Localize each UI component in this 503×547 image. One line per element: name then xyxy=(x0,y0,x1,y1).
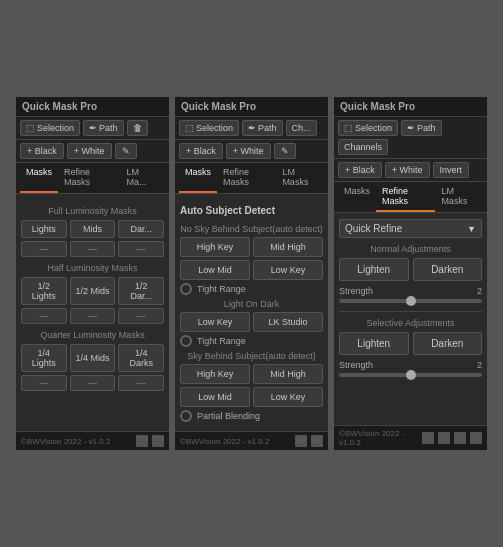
half-dash-3[interactable]: — xyxy=(118,308,164,324)
footer-icon-1[interactable] xyxy=(136,435,148,447)
p2-footer-icon-2[interactable] xyxy=(311,435,323,447)
p3-tab-masks[interactable]: Masks xyxy=(338,182,376,212)
p3-footer-icons xyxy=(422,432,482,444)
mid-high-button[interactable]: Mid High xyxy=(253,237,323,257)
normal-adj-label: Normal Adjustments xyxy=(339,244,482,254)
tight-range-radio-2[interactable] xyxy=(180,335,192,347)
sky-low-mid-button[interactable]: Low Mid xyxy=(180,387,250,407)
selective-slider-track[interactable] xyxy=(339,373,482,377)
low-mid-button[interactable]: Low Mid xyxy=(180,260,250,280)
quarter-mids-button[interactable]: 1/4 Mids xyxy=(70,344,116,372)
quarter-dash-1[interactable]: — xyxy=(21,375,67,391)
p2-tab-lm[interactable]: LM Masks xyxy=(276,163,324,193)
tight-range-radio-1[interactable] xyxy=(180,283,192,295)
p2-path-button[interactable]: ✒ Path xyxy=(242,120,283,136)
footer-icon-2[interactable] xyxy=(152,435,164,447)
quarter-lum-buttons: 1/4 Lights 1/4 Mids 1/4 Darks xyxy=(21,344,164,372)
panel2-tabs: Masks Refine Masks LM Masks xyxy=(175,163,328,194)
sky-mid-high-button[interactable]: Mid High xyxy=(253,364,323,384)
quick-refine-dropdown[interactable]: Quick Refine ▼ xyxy=(339,219,482,238)
low-key-button[interactable]: Low Key xyxy=(253,260,323,280)
p2-footer-icon-1[interactable] xyxy=(295,435,307,447)
p3-tab-lm[interactable]: LM Masks xyxy=(435,182,483,212)
quarter-dash-2[interactable]: — xyxy=(70,375,116,391)
quarter-lum-label: Quarter Luminosity Masks xyxy=(21,330,164,340)
p2-ch-button[interactable]: Ch... xyxy=(286,120,317,136)
p2-selection-button[interactable]: ⬚ Selection xyxy=(179,120,239,136)
p3-selection-button[interactable]: ⬚ Selection xyxy=(338,120,398,136)
darken-button-2[interactable]: Darken xyxy=(413,332,483,355)
black-button[interactable]: + Black xyxy=(20,143,64,159)
p3-footer-icon-2[interactable] xyxy=(438,432,450,444)
panel2-title: Quick Mask Pro xyxy=(175,97,328,117)
full-lum-label: Full Luminosity Masks xyxy=(21,206,164,216)
half-lum-buttons: 1/2 Lights 1/2 Mids 1/2 Dar... xyxy=(21,277,164,305)
p3-channels-button[interactable]: Channels xyxy=(338,139,388,155)
p2-white-button[interactable]: + White xyxy=(226,143,271,159)
path-button[interactable]: ✒ Path xyxy=(83,120,124,136)
dash-btn-1[interactable]: — xyxy=(21,241,67,257)
p3-footer-icon-4[interactable] xyxy=(470,432,482,444)
trash-button[interactable]: 🗑 xyxy=(127,120,148,136)
lighten-button-2[interactable]: Lighten xyxy=(339,332,409,355)
panel-auto-subject: Quick Mask Pro ⬚ Selection ✒ Path Ch... … xyxy=(174,96,329,451)
strength-label: Strength xyxy=(339,286,373,296)
dash-btn-3[interactable]: — xyxy=(118,241,164,257)
lighten-button[interactable]: Lighten xyxy=(339,258,409,281)
darks-button[interactable]: Dar... xyxy=(118,220,164,238)
half-dash-2[interactable]: — xyxy=(70,308,116,324)
panel1-toolbar2: + Black + White ✎ xyxy=(16,140,169,163)
p3-path-button[interactable]: ✒ Path xyxy=(401,120,442,136)
normal-adj-buttons: Lighten Darken xyxy=(339,258,482,281)
strength-value-2: 2 xyxy=(477,360,482,370)
sky-high-key-button[interactable]: High Key xyxy=(180,364,250,384)
panel2-footer: ©BWVision 2022 - v1.0.2 xyxy=(175,431,328,450)
divider xyxy=(339,311,482,312)
selective-slider-thumb[interactable] xyxy=(406,370,416,380)
mids-button[interactable]: Mids xyxy=(70,220,116,238)
dash-btn-2[interactable]: — xyxy=(70,241,116,257)
sky-low-key-button[interactable]: Low Key xyxy=(253,387,323,407)
selective-adj-buttons: Lighten Darken xyxy=(339,332,482,355)
half-mids-button[interactable]: 1/2 Mids xyxy=(70,277,116,305)
sky-behind-row1: High Key Mid High xyxy=(180,364,323,384)
light-on-dark-label: Light On Dark xyxy=(180,299,323,309)
low-key-button2[interactable]: Low Key xyxy=(180,312,250,332)
tab-lm-masks[interactable]: LM Ma... xyxy=(121,163,165,193)
tab-masks[interactable]: Masks xyxy=(20,163,58,193)
lights-button[interactable]: Lights xyxy=(21,220,67,238)
panel1-title: Quick Mask Pro xyxy=(16,97,169,117)
tab-refine-masks[interactable]: Refine Masks xyxy=(58,163,121,193)
panel3-title: Quick Mask Pro xyxy=(334,97,487,117)
half-darks-button[interactable]: 1/2 Dar... xyxy=(118,277,164,305)
p3-black-button[interactable]: + Black xyxy=(338,162,382,178)
footer-text: ©BWVision 2022 - v1.0.2 xyxy=(21,437,110,446)
p2-tab-masks[interactable]: Masks xyxy=(179,163,217,193)
p3-tab-refine[interactable]: Refine Masks xyxy=(376,182,435,212)
sky-behind-label: Sky Behind Subject(auto detect) xyxy=(180,351,323,361)
p2-edit-button[interactable]: ✎ xyxy=(274,143,296,159)
edit-button[interactable]: ✎ xyxy=(115,143,137,159)
half-lights-button[interactable]: 1/2 Lights xyxy=(21,277,67,305)
p3-white-button[interactable]: + White xyxy=(385,162,430,178)
p2-black-button[interactable]: + Black xyxy=(179,143,223,159)
quarter-lights-button[interactable]: 1/4 Lights xyxy=(21,344,67,372)
quarter-darks-button[interactable]: 1/4 Darks xyxy=(118,344,164,372)
panel1-toolbar1: ⬚ Selection ✒ Path 🗑 xyxy=(16,117,169,140)
partial-blending-radio[interactable] xyxy=(180,410,192,422)
darken-button[interactable]: Darken xyxy=(413,258,483,281)
selection-button[interactable]: ⬚ Selection xyxy=(20,120,80,136)
white-button[interactable]: + White xyxy=(67,143,112,159)
lk-studio-button[interactable]: LK Studio xyxy=(253,312,323,332)
half-dash-1[interactable]: — xyxy=(21,308,67,324)
p3-invert-button[interactable]: Invert xyxy=(433,162,470,178)
p2-footer-text: ©BWVision 2022 - v1.0.2 xyxy=(180,437,269,446)
p3-footer-icon-3[interactable] xyxy=(454,432,466,444)
p3-footer-icon-1[interactable] xyxy=(422,432,434,444)
quarter-dash-3[interactable]: — xyxy=(118,375,164,391)
normal-slider-thumb[interactable] xyxy=(406,296,416,306)
p2-tab-refine[interactable]: Refine Masks xyxy=(217,163,276,193)
normal-slider-track[interactable] xyxy=(339,299,482,303)
high-key-button[interactable]: High Key xyxy=(180,237,250,257)
panel3-footer: ©BWVision 2022 - v1.0.2 xyxy=(334,425,487,450)
